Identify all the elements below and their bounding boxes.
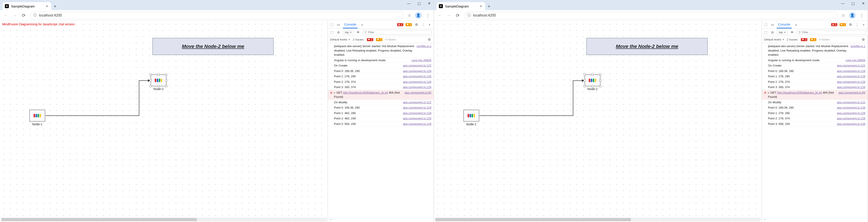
devtools-close-icon[interactable]: ×: [427, 23, 432, 27]
console-row[interactable]: [webpack-dev-server] Server started: Hot…: [762, 44, 868, 58]
console-row[interactable]: Point 2: 278, 374app.component.ts:128: [762, 116, 868, 121]
maximize-button[interactable]: ▢: [417, 1, 421, 5]
source-link[interactable]: app.component.ts:128: [837, 122, 865, 126]
console-prompt[interactable]: ›: [762, 217, 868, 222]
browser-menu-icon[interactable]: ⋮: [860, 13, 864, 18]
source-link[interactable]: app.component.ts:128: [403, 74, 431, 79]
console-row[interactable]: Point 1: 278, 290app.component.ts:128: [328, 74, 434, 79]
tabs-overflow-icon[interactable]: »: [794, 23, 798, 27]
node-1[interactable]: [29, 110, 45, 121]
console-row[interactable]: Point 0: 169.36, 290app.component.ts:128: [762, 69, 868, 74]
maximize-button[interactable]: ▢: [851, 1, 855, 5]
console-row[interactable]: Point 3: 506, 159app.component.ts:128: [762, 121, 868, 127]
minimize-button[interactable]: —: [407, 2, 411, 5]
source-link[interactable]: core.mjs:26656: [846, 58, 865, 63]
console-row[interactable]: [webpack-dev-server] Server started: Hot…: [328, 44, 434, 58]
console-row[interactable]: On Create:app.component.ts:122: [328, 63, 434, 69]
bookmark-icon[interactable]: ☆: [841, 13, 845, 18]
source-link[interactable]: app.component.ts:128: [403, 85, 431, 89]
issues-label[interactable]: 2 Issues:: [787, 38, 798, 41]
source-link[interactable]: app.component.ts:65: [405, 90, 431, 99]
inspect-icon[interactable]: ⬚: [764, 23, 768, 27]
live-expression-icon[interactable]: 👁: [790, 30, 794, 34]
source-link[interactable]: app.component.ts:128: [403, 69, 431, 73]
back-button[interactable]: ←: [3, 13, 8, 18]
site-info-icon[interactable]: ⓘ: [467, 13, 471, 17]
console-row[interactable]: On Create:app.component.ts:122: [762, 63, 868, 69]
source-link[interactable]: app.component.ts:122: [837, 64, 865, 68]
issues-error-badge[interactable]: ⚑ 1: [801, 38, 807, 41]
source-link[interactable]: polyfills.js:1: [417, 44, 431, 57]
new-tab-button[interactable]: +: [51, 3, 59, 10]
filter-field[interactable]: [802, 31, 864, 34]
clear-console-icon[interactable]: ⊘: [336, 30, 341, 34]
forward-button[interactable]: →: [446, 13, 451, 18]
console-row[interactable]: Angular is running in development mode.c…: [328, 58, 434, 63]
error-count-badge[interactable]: ⊗ 1: [397, 23, 403, 26]
console-row[interactable]: Point 2: 278, 374app.component.ts:128: [328, 79, 434, 85]
devtools-settings-icon[interactable]: ⚙: [848, 23, 852, 27]
h-scroll-thumb[interactable]: [435, 218, 631, 221]
source-link[interactable]: app.component.ts:128: [837, 106, 865, 110]
live-expression-icon[interactable]: 👁: [356, 30, 360, 34]
reload-button[interactable]: ⟳: [21, 13, 26, 18]
omnibox[interactable]: ⓘ localhost:4200: [464, 12, 838, 19]
source-link[interactable]: app.component.ts:128: [403, 111, 431, 115]
source-link[interactable]: app.component.ts:128: [837, 69, 865, 73]
browser-tab[interactable]: A SampleDiagram ×: [3, 2, 51, 10]
tab-close-icon[interactable]: ×: [46, 4, 48, 9]
source-link[interactable]: app.component.ts:122: [403, 64, 431, 68]
node-1[interactable]: [463, 110, 479, 121]
source-link[interactable]: app.component.ts:128: [837, 85, 865, 89]
filter-input[interactable]: ▽: [797, 30, 866, 35]
tab-console[interactable]: Console: [777, 21, 792, 28]
minimize-button[interactable]: —: [841, 2, 845, 5]
h-scroll-thumb[interactable]: [1, 218, 197, 221]
console-row[interactable]: Point 1: 278, 290app.component.ts:128: [762, 74, 868, 79]
tab-console[interactable]: Console: [343, 21, 358, 28]
device-toggle-icon[interactable]: ▭: [770, 23, 775, 27]
devtools-menu-icon[interactable]: ⋮: [855, 23, 859, 27]
log-levels-selector[interactable]: Default levels▾: [330, 38, 350, 41]
source-link[interactable]: app.component.ts:122: [403, 100, 431, 105]
issues-warning-badge[interactable]: ⚑ 1: [810, 38, 816, 41]
h-scrollbar[interactable]: [1, 218, 327, 222]
profile-avatar[interactable]: 👤: [415, 12, 422, 19]
log-levels-selector[interactable]: Default levels▾: [764, 38, 784, 41]
tabs-overflow-icon[interactable]: »: [360, 23, 364, 27]
issues-error-badge[interactable]: ⚑ 1: [367, 38, 373, 41]
filter-input[interactable]: ▽: [363, 30, 432, 35]
source-link[interactable]: app.component.ts:65: [839, 90, 865, 99]
source-link[interactable]: core.mjs:26656: [412, 58, 431, 63]
source-link[interactable]: app.component.ts:122: [837, 100, 865, 105]
console-output[interactable]: [webpack-dev-server] Server started: Hot…: [328, 43, 434, 217]
source-link[interactable]: app.component.ts:128: [837, 111, 865, 115]
issues-warning-badge[interactable]: ⚑ 1: [376, 38, 382, 41]
instruction-node[interactable]: Move the Node-2 below me: [152, 38, 274, 55]
source-link[interactable]: app.component.ts:128: [403, 116, 431, 121]
console-row[interactable]: Point 0: 169.36, 290app.component.ts:128: [328, 105, 434, 111]
context-selector[interactable]: top▾: [777, 30, 788, 35]
forward-button[interactable]: →: [12, 13, 17, 18]
site-info-icon[interactable]: ⓘ: [33, 13, 37, 17]
diagram-canvas[interactable]: Move the Node-2 below me Node-1 Node-2: [434, 21, 762, 222]
inspect-icon[interactable]: ⬚: [330, 23, 334, 27]
devtools-menu-icon[interactable]: ⋮: [421, 23, 425, 27]
back-button[interactable]: ←: [437, 13, 442, 18]
devtools-close-icon[interactable]: ×: [861, 23, 866, 27]
console-row[interactable]: Point 3: 504, 159app.component.ts:128: [328, 121, 434, 127]
warning-count-badge[interactable]: ⚑ 1: [839, 23, 846, 26]
console-prompt[interactable]: ›: [328, 217, 434, 222]
console-sidebar-icon[interactable]: ⬚: [330, 30, 334, 34]
source-link[interactable]: app.component.ts:128: [403, 106, 431, 110]
h-scrollbar[interactable]: [435, 218, 761, 222]
source-link[interactable]: app.component.ts:128: [837, 74, 865, 79]
console-row[interactable]: Point 0: 169.36, 290app.component.ts:128: [762, 105, 868, 111]
error-count-badge[interactable]: ⊗ 1: [831, 23, 837, 26]
console-row[interactable]: ⊗▸ GET http://localhost:4200/diagram_lic…: [762, 90, 868, 100]
issues-label[interactable]: 2 Issues:: [353, 38, 364, 41]
console-settings-icon[interactable]: ⚙: [427, 38, 431, 42]
console-output[interactable]: [webpack-dev-server] Server started: Hot…: [762, 43, 868, 217]
console-row[interactable]: Point 0: 169.36, 290app.component.ts:128: [328, 69, 434, 74]
console-row[interactable]: Point 2: 482, 159app.component.ts:128: [328, 116, 434, 121]
